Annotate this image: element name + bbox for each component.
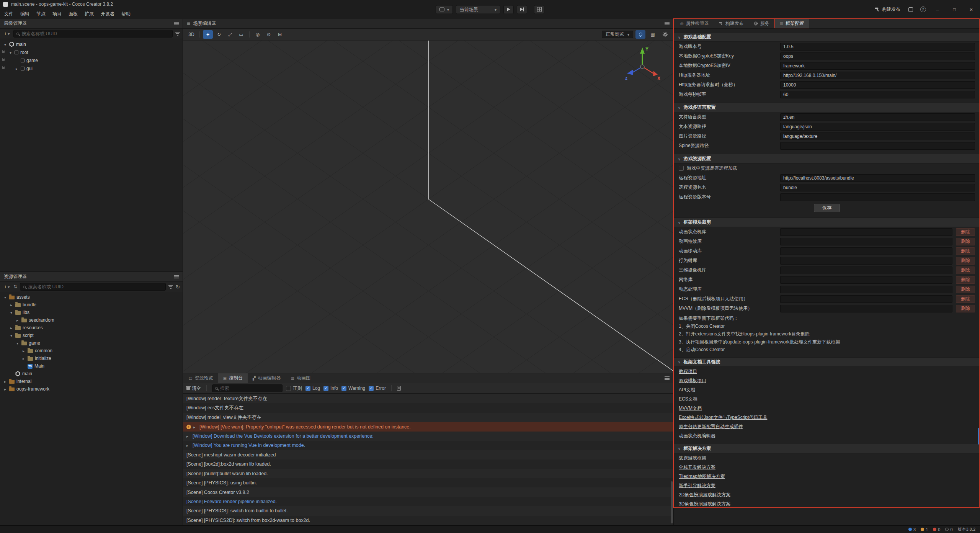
lock-icon[interactable] bbox=[2, 51, 5, 53]
tab-property-inspector[interactable]: ◎属性检查器 bbox=[675, 19, 714, 28]
warning-count[interactable]: 1 bbox=[921, 527, 928, 532]
delete-button[interactable]: 删除 bbox=[956, 247, 975, 255]
filter-icon[interactable] bbox=[175, 32, 180, 36]
delete-button[interactable]: 删除 bbox=[956, 228, 975, 236]
tree-item-main[interactable]: main bbox=[0, 40, 183, 48]
delete-button[interactable]: 删除 bbox=[956, 238, 975, 245]
expand-icon[interactable] bbox=[15, 341, 20, 345]
field-input[interactable] bbox=[780, 113, 975, 121]
panel-menu-icon[interactable] bbox=[174, 22, 179, 25]
tree-item-assets[interactable]: assets bbox=[0, 293, 183, 301]
module-input[interactable] bbox=[780, 266, 952, 274]
doc-link[interactable]: API文档 bbox=[674, 385, 980, 394]
tree-item-resources[interactable]: resources bbox=[0, 324, 183, 332]
assets-search-input[interactable] bbox=[28, 284, 163, 289]
section-game-resource[interactable]: 游戏资源配置 bbox=[674, 154, 980, 163]
window-minimize-button[interactable] bbox=[930, 0, 945, 19]
save-button[interactable]: 保存 bbox=[814, 204, 840, 212]
preview-platform-button[interactable] bbox=[436, 5, 453, 14]
menu-extension[interactable]: 扩展 bbox=[81, 9, 97, 19]
doc-link[interactable]: ECS文档 bbox=[674, 394, 980, 404]
doc-link[interactable]: 原生包热更新配置自动生成插件 bbox=[674, 422, 980, 431]
tree-item-gui[interactable]: gui bbox=[0, 64, 183, 72]
build-publish-button[interactable]: 构建发布 bbox=[872, 6, 903, 13]
panel-menu-icon[interactable] bbox=[174, 275, 179, 278]
log-row-info[interactable]: [Window] You are running Vue in developm… bbox=[183, 441, 673, 450]
tree-item-initialize[interactable]: initialize bbox=[0, 355, 183, 362]
pivot-toggle-button[interactable]: ◎ bbox=[253, 30, 263, 39]
tree-item-script[interactable]: script bbox=[0, 332, 183, 339]
scene-viewport[interactable]: Y X z bbox=[183, 41, 673, 373]
expand-icon[interactable] bbox=[193, 424, 197, 430]
checkbox-checked[interactable] bbox=[323, 386, 328, 391]
rect-tool-button[interactable]: ▭ bbox=[236, 30, 246, 39]
field-input[interactable] bbox=[780, 184, 975, 191]
field-input[interactable] bbox=[780, 52, 975, 60]
expand-icon[interactable] bbox=[9, 325, 13, 330]
help-button[interactable] bbox=[918, 5, 928, 14]
view-axis-gizmo[interactable]: Y X z bbox=[623, 44, 662, 83]
panel-menu-icon[interactable] bbox=[665, 376, 670, 380]
checkbox-unchecked[interactable] bbox=[286, 386, 291, 391]
expand-icon[interactable] bbox=[186, 443, 190, 448]
section-multilanguage[interactable]: 游戏多语言配置 bbox=[674, 103, 980, 112]
doc-link[interactable]: 教程项目 bbox=[674, 367, 980, 376]
hierarchy-search-input[interactable] bbox=[21, 31, 170, 36]
inspector-scrollbar[interactable] bbox=[978, 428, 980, 445]
lighting-toggle-button[interactable] bbox=[635, 30, 645, 39]
field-input[interactable] bbox=[780, 81, 975, 89]
z-axis-arrow[interactable] bbox=[627, 70, 633, 75]
menu-node[interactable]: 节点 bbox=[33, 9, 49, 19]
solution-link[interactable]: 3D角色扮演游戏解决方案 bbox=[674, 499, 980, 508]
section-solutions[interactable]: 框架解决方案 bbox=[674, 444, 980, 453]
module-input[interactable] bbox=[780, 286, 952, 293]
field-input[interactable] bbox=[780, 43, 975, 51]
field-input[interactable] bbox=[780, 123, 975, 131]
rotate-tool-button[interactable]: ↻ bbox=[214, 30, 224, 39]
expand-icon[interactable] bbox=[3, 295, 7, 299]
tree-item-main-ts[interactable]: Main bbox=[0, 362, 183, 370]
tree-item-common[interactable]: common bbox=[0, 347, 183, 355]
delete-button[interactable]: 删除 bbox=[956, 266, 975, 274]
module-input[interactable] bbox=[780, 247, 952, 255]
gizmo-visibility-button[interactable]: ▦ bbox=[648, 30, 658, 39]
window-close-button[interactable] bbox=[964, 0, 978, 19]
module-input[interactable] bbox=[780, 276, 952, 284]
log-row-info[interactable]: [Window] Download the Vue Devtools exten… bbox=[183, 432, 673, 441]
package-button[interactable] bbox=[906, 5, 916, 14]
solution-link[interactable]: 战旗游戏框架 bbox=[674, 453, 980, 463]
expand-icon[interactable] bbox=[3, 387, 7, 391]
panel-menu-icon[interactable] bbox=[665, 22, 670, 25]
field-input[interactable] bbox=[780, 132, 975, 140]
solution-link[interactable]: 新手引导解决方案 bbox=[674, 481, 980, 490]
y-axis-arrow[interactable] bbox=[640, 47, 645, 54]
menu-edit[interactable]: 编辑 bbox=[17, 9, 33, 19]
x-axis-arrow[interactable] bbox=[653, 71, 658, 76]
module-input[interactable] bbox=[780, 238, 952, 245]
remote-load-checkbox[interactable] bbox=[679, 166, 684, 171]
solution-link[interactable]: 全栈开发解决方案 bbox=[674, 463, 980, 472]
expand-icon[interactable] bbox=[9, 310, 13, 315]
expand-icon[interactable] bbox=[15, 318, 20, 322]
filter-icon[interactable] bbox=[168, 285, 173, 289]
expand-icon[interactable] bbox=[186, 433, 190, 439]
mode-3d-button[interactable]: 3D bbox=[186, 30, 196, 39]
menu-project[interactable]: 项目 bbox=[49, 9, 65, 19]
checkbox-checked[interactable] bbox=[341, 386, 346, 391]
tree-item-libs[interactable]: libs bbox=[0, 309, 183, 316]
tab-asset-preview[interactable]: ▤资源预览 bbox=[184, 373, 218, 383]
expand-icon[interactable] bbox=[21, 356, 26, 361]
layout-button[interactable] bbox=[534, 5, 544, 14]
delete-button[interactable]: 删除 bbox=[956, 286, 975, 293]
snap-settings-button[interactable]: ⊞ bbox=[275, 30, 285, 39]
console-search-input[interactable] bbox=[220, 386, 279, 391]
module-input[interactable] bbox=[780, 257, 952, 265]
log-filter[interactable]: Log bbox=[305, 386, 320, 391]
field-input[interactable] bbox=[780, 193, 975, 201]
report-icon[interactable] bbox=[397, 386, 401, 391]
log-row-warning[interactable]: [Window] [Vue warn]: Property "onInput" … bbox=[183, 422, 673, 431]
tab-animation-editor[interactable]: ▞动画编辑器 bbox=[248, 373, 286, 383]
expand-icon[interactable] bbox=[21, 348, 26, 353]
menu-panel[interactable]: 面板 bbox=[65, 9, 81, 19]
scene-select-dropdown[interactable]: 当前场景 bbox=[456, 5, 500, 14]
